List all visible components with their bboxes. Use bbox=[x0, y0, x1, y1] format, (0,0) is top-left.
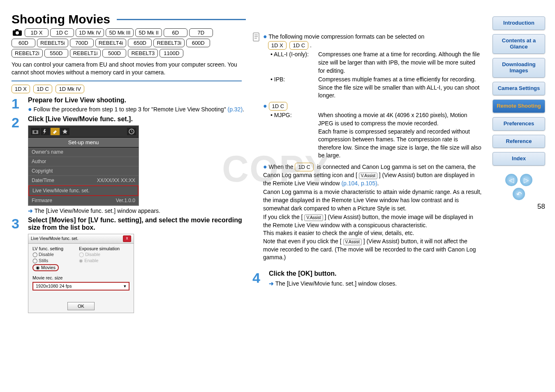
step-result: ➜ The [Live View/Movie func. set.] windo… bbox=[269, 280, 482, 288]
step-3: 3 Select [Movies] for [LV func. setting]… bbox=[12, 216, 246, 316]
nav-reference[interactable]: Reference bbox=[493, 135, 545, 148]
radio-disable[interactable]: ◯ Disable bbox=[32, 252, 78, 257]
step-result: ➜ The [Live View/Movie func. set.] windo… bbox=[28, 208, 246, 214]
camera-tag: 1D X bbox=[25, 28, 49, 37]
step-title: Click the [OK] button. bbox=[269, 269, 482, 278]
step-4: 4 Click the [OK] button. ➜ The [Live Vie… bbox=[252, 268, 482, 288]
menu-row: FirmwareVer.1.0.0 bbox=[28, 196, 139, 205]
movie-size-dropdown[interactable]: 1920x1080 24 fps ▾ bbox=[32, 282, 130, 291]
title-text: Shooting Movies bbox=[12, 12, 110, 26]
lv-func-dialog: Live View/Movie func. set. x LV func. se… bbox=[28, 234, 134, 313]
format-all-i: • ALL-I (I-only): Compresses one frame a… bbox=[271, 51, 482, 75]
nav-camera-settings[interactable]: Camera Settings bbox=[493, 82, 545, 95]
wrench-tab-icon bbox=[51, 128, 60, 135]
camera-tag: 7D bbox=[189, 28, 213, 37]
format-desc: When shooting a movie at 4K (4096 x 2160… bbox=[318, 112, 467, 127]
vassist-badge: V.Assist bbox=[359, 173, 377, 179]
step-number: 2 bbox=[12, 115, 25, 214]
camera-tag: 650D bbox=[128, 39, 152, 47]
bullet-icon: ● bbox=[263, 33, 267, 40]
title-rule bbox=[117, 19, 246, 20]
nav-introduction[interactable]: Introduction bbox=[493, 16, 545, 30]
camera-tag: 5D Mk II bbox=[135, 28, 162, 37]
intro-text: You can control your camera from EU and … bbox=[12, 61, 246, 76]
step-number: 1 bbox=[12, 96, 25, 113]
tag: 1D C bbox=[289, 41, 308, 50]
text: Note that even if you click the [ bbox=[263, 238, 343, 244]
lead-text: The following movie compression formats … bbox=[268, 33, 424, 40]
step-2: 2 Click [Live View/Movie func. set.]. Se… bbox=[12, 115, 246, 214]
camera-tag: 600D bbox=[186, 39, 210, 47]
ok-button[interactable]: OK bbox=[67, 302, 95, 310]
radio-exp-disable: ◯ Disable bbox=[79, 252, 124, 257]
section-tag: 1D Mk IV bbox=[56, 85, 84, 93]
nav-preferences[interactable]: Preferences bbox=[493, 117, 545, 131]
bullet-icon: ● bbox=[263, 163, 267, 170]
page-ref-link[interactable]: (p.32) bbox=[228, 106, 243, 113]
page-ref-link[interactable]: (p.104, p.105) bbox=[341, 180, 377, 187]
formats-lead: ● The following movie compression format… bbox=[263, 32, 482, 50]
format-mjpg: • MJPG: When shooting a movie at 4K (409… bbox=[271, 111, 482, 160]
camera-tab-icon bbox=[31, 128, 40, 135]
format-ipb: • IPB: Compresses multiple frames at a t… bbox=[271, 76, 482, 100]
menu-row: Copyright bbox=[28, 166, 139, 176]
text: Canon Log gamma is a movie characteristi… bbox=[263, 188, 482, 212]
svg-point-4 bbox=[34, 131, 37, 133]
format-desc: Compresses one frame at a time for recor… bbox=[318, 51, 482, 75]
camera-tag: 550D bbox=[44, 49, 68, 58]
camera-tag: REBELT5i bbox=[37, 39, 68, 47]
step-title: Select [Movies] for [LV func. setting], … bbox=[28, 217, 246, 231]
back-button[interactable]: ↶ bbox=[513, 188, 525, 200]
menu-row: Author bbox=[28, 157, 139, 166]
camera-tag: REBELT3i bbox=[153, 39, 185, 47]
camera-tag: 700D bbox=[70, 39, 94, 47]
section-tag: 1D C bbox=[33, 85, 52, 93]
camera-tag: 1D C bbox=[50, 28, 74, 37]
prev-page-button[interactable]: ◁ bbox=[505, 174, 518, 186]
arrow-icon: ➜ bbox=[28, 208, 33, 214]
page-nav-circles: ◁ ▷ bbox=[493, 174, 545, 186]
menu-row-highlighted[interactable]: Live View/Movie func. set. bbox=[28, 185, 139, 196]
nav-downloading[interactable]: Downloading Images bbox=[493, 58, 545, 78]
step-bullet-text: Follow the procedure from step 1 to step… bbox=[34, 106, 228, 113]
dialog-title: Live View/Movie func. set. bbox=[31, 236, 78, 241]
exposure-sim-label: Exposure simulation bbox=[79, 246, 124, 251]
bullet-icon: ● bbox=[263, 102, 267, 109]
camera-tag: 1100D bbox=[160, 49, 183, 58]
setup-menu-screenshot: Set-up menu Owner's name Author Copyrigh… bbox=[28, 125, 139, 206]
camera-tag: 500D bbox=[102, 49, 126, 58]
camera-tag: REBELT2i bbox=[12, 49, 43, 58]
nav-remote-shooting[interactable]: Remote Shooting bbox=[493, 99, 545, 113]
radio-movies-highlighted[interactable]: ◉ Movies bbox=[32, 264, 59, 271]
camera-compat-list: 1D X 1D C 1D Mk IV 5D Mk III 5D Mk II 6D… bbox=[12, 28, 246, 58]
camera-tag: REBELT3 bbox=[128, 49, 158, 58]
svg-rect-1 bbox=[15, 29, 18, 31]
camera-tag: 6D bbox=[164, 28, 187, 37]
section-tag: 1D X bbox=[12, 85, 30, 93]
note-icon bbox=[252, 32, 260, 42]
next-page-button[interactable]: ▷ bbox=[520, 174, 532, 186]
clock-tab-icon bbox=[127, 128, 136, 135]
svg-point-2 bbox=[16, 31, 19, 35]
close-button[interactable]: x bbox=[123, 235, 131, 242]
menu-row: Owner's name bbox=[28, 148, 139, 157]
radio-stills[interactable]: ◯ Stills bbox=[32, 258, 78, 263]
page-title: Shooting Movies bbox=[12, 12, 246, 26]
movie-size-value: 1920x1080 24 fps bbox=[36, 284, 72, 288]
chevron-down-icon: ▾ bbox=[124, 284, 126, 289]
vassist-badge: V.Assist bbox=[304, 214, 323, 221]
step-number: 3 bbox=[12, 216, 25, 316]
text: When the bbox=[269, 164, 295, 170]
camera-tag: 5D Mk III bbox=[106, 28, 134, 37]
clog-block: ● When the 1D C is connected and Canon L… bbox=[263, 162, 482, 262]
dialog-titlebar: Live View/Movie func. set. x bbox=[28, 234, 134, 244]
format-desc: Compresses multiple frames at a time eff… bbox=[318, 76, 482, 100]
flash-tab-icon bbox=[41, 128, 50, 135]
vassist-badge: V.Assist bbox=[343, 239, 362, 245]
step-bullet: ● Follow the procedure from step 1 to st… bbox=[28, 106, 246, 113]
text: This makes it easier to check the angle … bbox=[263, 229, 482, 238]
star-tab-icon bbox=[60, 128, 69, 135]
nav-index[interactable]: Index bbox=[493, 152, 545, 166]
nav-contents[interactable]: Contents at a Glance bbox=[493, 34, 545, 54]
setup-menu-header: Set-up menu bbox=[28, 137, 139, 148]
